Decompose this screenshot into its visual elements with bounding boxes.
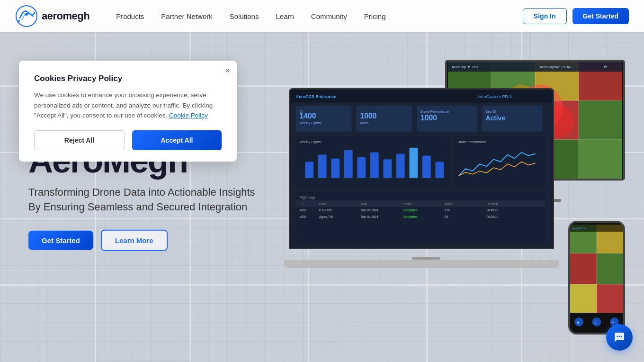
svg-point-2 [18,20,20,22]
cookie-modal: × Cookies Privacy Policy We use cookies … [19,61,237,162]
accept-all-button[interactable]: Accept All [132,130,222,150]
nav-item-partner-network[interactable]: Partner Network [153,9,220,24]
logo-link[interactable]: aeromegh [15,5,89,27]
nav-links: Products Partner Network Solutions Learn… [108,9,523,24]
navbar: aeromegh Products Partner Network Soluti… [0,0,644,32]
cookie-overlay: × Cookies Privacy Policy We use cookies … [0,32,644,362]
nav-item-pricing[interactable]: Pricing [357,9,394,24]
svg-point-3 [33,12,35,14]
cookie-close-button[interactable]: × [225,66,230,75]
svg-point-1 [25,13,28,16]
cookie-buttons: Reject All Accept All [34,130,222,150]
nav-item-learn[interactable]: Learn [268,9,301,24]
svg-point-103 [617,336,618,337]
logo-icon [15,5,38,27]
reject-all-button[interactable]: Reject All [34,130,125,150]
nav-item-community[interactable]: Community [304,9,355,24]
nav-item-products[interactable]: Products [108,9,152,24]
logo-text: aeromegh [42,10,89,22]
cookie-body: We use cookies to enhance your browsing … [34,90,222,121]
svg-point-0 [16,6,37,27]
get-started-button[interactable]: Get Started [572,8,629,24]
cookie-policy-link[interactable]: Cookie Policy [169,112,208,119]
nav-actions: Sign In Get Started [523,8,629,24]
nav-item-solutions[interactable]: Solutions [222,9,267,24]
chat-bubble[interactable] [606,324,633,351]
sign-in-button[interactable]: Sign In [523,8,567,24]
svg-point-105 [621,336,622,337]
cookie-title: Cookies Privacy Policy [34,74,222,83]
svg-point-104 [619,336,620,337]
chat-icon [613,331,626,344]
